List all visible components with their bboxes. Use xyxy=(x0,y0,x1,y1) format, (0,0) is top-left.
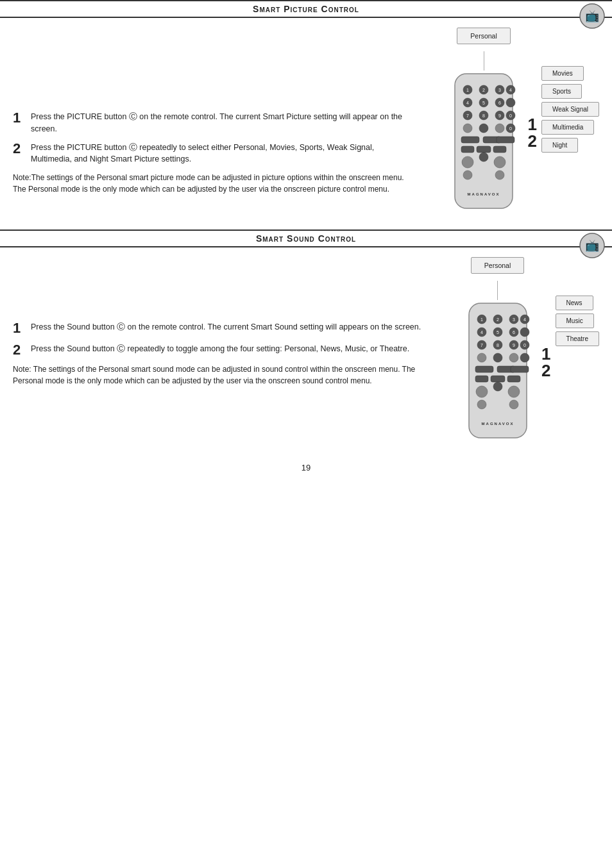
svg-text:8: 8 xyxy=(482,113,485,118)
svg-rect-76 xyxy=(475,376,488,382)
svg-text:MAGNAVOX: MAGNAVOX xyxy=(481,422,514,426)
picture-remote-svg: 1 2 3 4 4 5 6 xyxy=(448,71,519,212)
picture-step1: 1 Press the PICTURE button Ⓒ on the remo… xyxy=(13,111,416,135)
svg-text:📺: 📺 xyxy=(585,9,600,23)
sound-popup-label: Personal xyxy=(471,257,524,274)
svg-text:4: 4 xyxy=(480,330,483,335)
svg-point-71 xyxy=(509,353,518,362)
svg-text:6: 6 xyxy=(498,101,501,105)
svg-text:6: 6 xyxy=(513,330,515,335)
page-number: 19 xyxy=(0,453,612,478)
svg-text:4: 4 xyxy=(466,101,469,105)
sound-remote-svg: 1 2 3 4 4 5 6 xyxy=(463,300,533,441)
svg-text:9: 9 xyxy=(513,343,515,347)
sound-diagram: Personal 1 2 3 4 xyxy=(463,257,599,443)
svg-rect-75 xyxy=(511,366,529,372)
svg-text:1: 1 xyxy=(466,88,469,92)
svg-point-83 xyxy=(509,400,518,409)
sound-note: Note: The settings of the Personal smart… xyxy=(13,363,430,387)
sound-step-num-2: 2 xyxy=(541,362,550,379)
svg-text:📺: 📺 xyxy=(585,238,600,253)
picture-step-num-1: 1 xyxy=(528,116,537,133)
svg-point-70 xyxy=(493,353,502,362)
picture-icon: 📺 xyxy=(579,3,606,29)
sound-icon: 📺 xyxy=(579,232,606,259)
sound-note-label: Note: xyxy=(13,365,33,374)
svg-text:MAGNAVOX: MAGNAVOX xyxy=(468,192,500,196)
svg-point-27 xyxy=(479,124,488,133)
sound-section-title: Smart Sound Control xyxy=(256,233,356,244)
svg-rect-36 xyxy=(493,146,506,153)
svg-point-60 xyxy=(520,328,529,337)
svg-rect-33 xyxy=(497,137,514,143)
svg-point-41 xyxy=(495,171,504,179)
picture-left-text: 1 Press the PICTURE button Ⓒ on the remo… xyxy=(13,28,429,195)
sound-popup: Personal xyxy=(471,257,524,276)
svg-text:3: 3 xyxy=(498,88,501,92)
svg-text:0: 0 xyxy=(509,126,512,131)
svg-point-82 xyxy=(477,400,486,409)
picture-header-icon-area: 📺 xyxy=(579,3,606,31)
picture-connector-v xyxy=(484,51,484,71)
picture-step-numbers: 1 2 xyxy=(528,116,537,149)
picture-note-label: Note: xyxy=(13,173,31,182)
picture-diagram: Personal 1 2 xyxy=(448,28,599,213)
svg-point-37 xyxy=(462,156,473,168)
svg-text:7: 7 xyxy=(480,343,483,347)
svg-rect-78 xyxy=(507,376,520,382)
svg-point-38 xyxy=(479,153,488,162)
svg-point-40 xyxy=(463,171,472,179)
svg-point-69 xyxy=(477,353,486,362)
svg-text:2: 2 xyxy=(482,88,485,92)
svg-point-80 xyxy=(493,382,502,391)
picture-option-movies: Movies xyxy=(541,66,584,81)
svg-text:9: 9 xyxy=(498,113,501,118)
svg-point-26 xyxy=(463,124,472,133)
svg-rect-31 xyxy=(461,137,479,143)
picture-step2-text: Press the PICTURE button Ⓒ repeatedly to… xyxy=(31,142,416,166)
picture-options: Movies Sports Weak Signal Multimedia Nig… xyxy=(541,66,599,156)
picture-section-header: Smart Picture Control 📺 xyxy=(0,0,612,18)
picture-remote: 1 2 3 4 4 5 6 xyxy=(448,71,519,213)
sound-diagram-center: Personal 1 2 3 4 xyxy=(463,257,533,443)
picture-section-title: Smart Picture Control xyxy=(253,4,359,14)
sound-step1-text: Press the Sound button Ⓒ on the remote c… xyxy=(31,321,421,333)
sound-option-news: News xyxy=(556,296,593,310)
svg-text:7: 7 xyxy=(466,113,469,118)
picture-step-num-2: 2 xyxy=(528,133,537,149)
picture-note: Note:The settings of the Personal smart … xyxy=(13,172,416,195)
sound-remote: 1 2 3 4 4 5 6 xyxy=(463,300,533,443)
svg-text:5: 5 xyxy=(497,330,499,335)
svg-point-17 xyxy=(506,98,515,107)
svg-text:2: 2 xyxy=(497,317,499,322)
sound-content-area: 1 Press the Sound button Ⓒ on the remote… xyxy=(0,247,612,453)
picture-note-text: The settings of the Personal smart pictu… xyxy=(13,173,404,194)
svg-text:8: 8 xyxy=(497,343,499,347)
sound-section-header: Smart Sound Control 📺 xyxy=(0,230,612,247)
svg-rect-73 xyxy=(475,366,493,372)
svg-rect-34 xyxy=(461,146,474,153)
picture-step1-text: Press the PICTURE button Ⓒ on the remote… xyxy=(31,111,416,135)
picture-step2: 2 Press the PICTURE button Ⓒ repeatedly … xyxy=(13,142,416,166)
picture-step1-number: 1 xyxy=(13,111,24,125)
svg-point-28 xyxy=(495,124,504,133)
svg-text:4: 4 xyxy=(523,317,526,322)
picture-option-night: Night xyxy=(541,138,578,153)
svg-text:0: 0 xyxy=(509,113,512,118)
svg-text:4: 4 xyxy=(509,88,512,92)
svg-point-72 xyxy=(520,353,529,362)
sound-step2-number: 2 xyxy=(13,343,24,357)
picture-option-multimedia: Multimedia xyxy=(541,120,594,135)
svg-point-81 xyxy=(508,386,520,397)
sound-step1-number: 1 xyxy=(13,321,24,335)
picture-diagram-center: Personal 1 2 xyxy=(448,28,519,213)
svg-point-39 xyxy=(494,156,506,168)
smart-picture-section: Smart Picture Control 📺 1 Press the PICT… xyxy=(0,0,612,223)
svg-text:0: 0 xyxy=(523,343,526,347)
picture-popup-label: Personal xyxy=(457,28,510,44)
sound-header-icon-area: 📺 xyxy=(579,232,606,261)
picture-option-sports: Sports xyxy=(541,84,582,99)
svg-text:3: 3 xyxy=(513,317,515,322)
svg-text:1: 1 xyxy=(480,317,483,322)
picture-content-area: 1 Press the PICTURE button Ⓒ on the remo… xyxy=(0,18,612,223)
